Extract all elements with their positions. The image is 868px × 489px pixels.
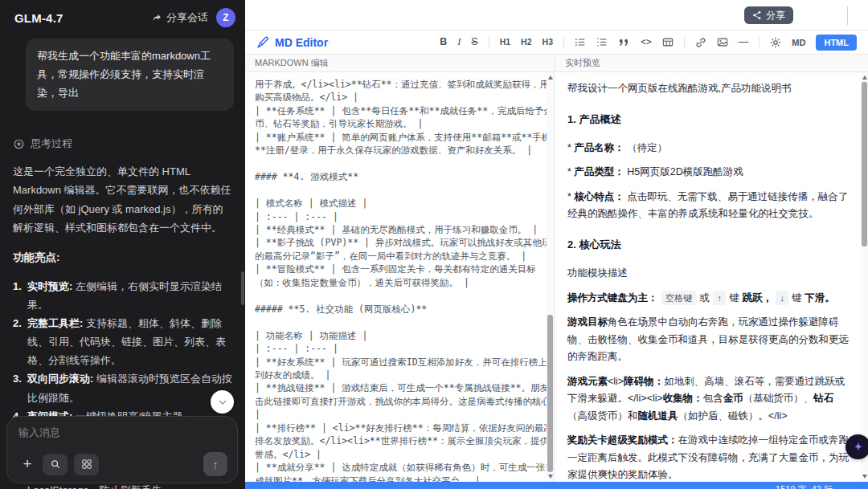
preview-paragraph: 游戏元素<li>障碍物：如地刺、高墙、滚石等，需要通过跳跃或下滑来躲避。</li…: [567, 373, 849, 426]
editor-header: MD Editor B I S H1 H2 H3: [245, 31, 868, 55]
attach-button[interactable]: +: [18, 455, 36, 473]
text-segment: 核心特点：: [574, 191, 624, 202]
share-conversation-button[interactable]: 分享会话: [151, 10, 208, 25]
link-button[interactable]: [695, 37, 706, 48]
tools-menu-button[interactable]: [74, 454, 99, 475]
table-icon: [662, 37, 674, 47]
text-segment: 操作方式键盘为主：: [567, 292, 658, 304]
message-input[interactable]: [18, 426, 227, 438]
ordered-list-icon: [596, 37, 608, 47]
artifact-topbar: 分享: [245, 0, 868, 31]
heading2-button[interactable]: H2: [521, 38, 531, 47]
scroll-up-arrow-icon[interactable]: [862, 75, 867, 79]
scroll-up-arrow-icon[interactable]: [548, 75, 553, 79]
editor-scrollbar-thumb[interactable]: [547, 315, 553, 472]
preview-pane-title: 实时预览: [555, 55, 868, 71]
plus-icon: +: [23, 455, 31, 472]
text-segment: 跳跃，: [742, 292, 772, 304]
assistant-floating-button[interactable]: [845, 434, 868, 459]
artifact-panel: 分享 MD Editor B I S H1 H2 H3: [245, 0, 868, 489]
export-html-button[interactable]: HTML: [816, 35, 857, 51]
bullet-list-button[interactable]: [575, 37, 586, 47]
text-segment: 奖励关卡超级奖励模式：: [567, 434, 678, 446]
code-button[interactable]: <>: [641, 38, 652, 47]
live-preview-pane: 帮我设计一个网页版在线跑酷游戏,产品功能说明书1. 产品概述* 产品名称： （待…: [555, 72, 868, 489]
word-line-count: 1519 字, 42 行: [776, 483, 833, 489]
feature-item: 完整工具栏: 支持标题、粗体、斜体、删除线、引用、代码块、链接、图片、列表、表格…: [13, 314, 232, 369]
horizontal-rule-button[interactable]: —: [739, 37, 749, 47]
feature-name: 实时预览:: [27, 280, 76, 292]
text-segment: 键: [727, 292, 742, 304]
share-artifact-label: 分享: [766, 9, 785, 22]
ordered-list-button[interactable]: [596, 37, 608, 47]
thinking-process-toggle[interactable]: 思考过程: [13, 137, 232, 151]
strikethrough-button[interactable]: S: [471, 37, 477, 47]
editor-scrollbar[interactable]: [547, 72, 554, 489]
scroll-down-arrow-icon[interactable]: [548, 475, 553, 479]
table-button[interactable]: [662, 37, 674, 47]
text-segment: 产品类型：: [574, 166, 624, 177]
preview-heading: 2. 核心玩法: [567, 236, 849, 254]
italic-button[interactable]: I: [457, 37, 461, 47]
heading3-button[interactable]: H3: [542, 38, 553, 47]
image-button[interactable]: [717, 37, 728, 47]
text-segment: 或: [697, 292, 712, 304]
preview-paragraph: 操作方式键盘为主： 空格键 或 ↑ 键 跳跃， ↓ 键 下滑。: [567, 290, 849, 308]
preview-paragraph: 帮我设计一个网页版在线跑酷游戏,产品功能说明书: [567, 80, 849, 98]
feature-name: 完整工具栏:: [27, 317, 86, 329]
text-segment: [658, 292, 661, 304]
send-button[interactable]: ↑: [203, 452, 227, 476]
preview-paragraph: * 产品类型： H5网页版2D横版跑酷游戏: [567, 164, 849, 181]
markdown-source-text[interactable]: 用于养成。</li><li>**钻石**：通过充值、签到和成就奖励获得，用于 购…: [245, 72, 554, 487]
preview-rendered-content: 帮我设计一个网页版在线跑酷游戏,产品功能说明书1. 产品概述* 产品名称： （待…: [555, 72, 868, 489]
text-segment: 游戏元素: [567, 376, 608, 387]
text-segment: （基础货币）、: [743, 393, 814, 404]
editor-app-title: MD Editor: [256, 36, 328, 49]
markdown-pane-title: MARKDOWN 编辑: [245, 55, 555, 71]
theme-toggle-button[interactable]: [770, 37, 781, 48]
sidebar-header: GLM-4.7 分享会话 Z: [0, 0, 245, 34]
text-segment: 钻石: [813, 393, 833, 404]
heading1-button[interactable]: H1: [500, 38, 510, 47]
text-segment: 障碍物：: [624, 376, 664, 387]
preview-scrollbar[interactable]: [861, 72, 868, 489]
text-segment: （待定）: [624, 142, 667, 153]
text-segment: 下滑。: [805, 292, 835, 304]
text-segment: 包含: [703, 393, 723, 404]
kbd-key: 空格键: [661, 291, 696, 306]
text-segment: 游戏目标: [567, 316, 608, 328]
text-segment: 角色在场景中自动向右奔跑，玩家通过操作躲避障碍物、击败怪物、收集金币和道具，目标…: [567, 316, 849, 362]
feature-name: 双向同步滚动:: [27, 373, 96, 385]
preview-paragraph: 奖励关卡超级奖励模式：在游戏中连续吃掉一组特定金币或奔跑一定距离后触发。此模式下…: [567, 432, 849, 484]
avatar[interactable]: Z: [216, 8, 235, 27]
blockquote-button[interactable]: [618, 37, 630, 47]
text-segment: 2. 核心玩法: [567, 238, 620, 251]
search-icon: [50, 458, 61, 470]
share-artifact-button[interactable]: 分享: [744, 6, 793, 24]
scroll-down-arrow-icon[interactable]: [862, 475, 867, 479]
thinking-label: 思考过程: [31, 137, 72, 151]
preview-paragraph: * 产品名称： （待定）: [567, 140, 849, 157]
text-segment: [772, 292, 775, 304]
sidebar-scrollbar[interactable]: [241, 271, 244, 305]
bold-button[interactable]: B: [440, 37, 447, 47]
message-composer: + ↑: [6, 416, 238, 483]
preview-paragraph: 功能模块描述: [567, 265, 849, 283]
app-window: GLM-4.7 分享会话 Z 帮我生成一个功能丰富的markdown工具，常规操…: [0, 0, 868, 489]
preview-heading: 1. 产品概述: [567, 111, 849, 128]
markdown-editor-pane[interactable]: 用于养成。</li><li>**钻石**：通过充值、签到和成就奖励获得，用于 购…: [245, 72, 555, 489]
apps-icon: [81, 458, 92, 470]
send-arrow-icon: ↑: [212, 458, 219, 471]
text-segment: 金币: [723, 393, 743, 404]
quote-icon: [618, 37, 630, 47]
toolbar-separator: [684, 36, 685, 48]
text-segment: （高级货币）和: [567, 410, 638, 422]
search-tool-button[interactable]: [43, 454, 68, 475]
scroll-to-bottom-button[interactable]: [211, 390, 234, 414]
model-title: GLM-4.7: [14, 11, 63, 25]
kbd-key: ↑: [713, 291, 726, 306]
preview-scrollbar-thumb[interactable]: [862, 82, 867, 247]
export-md-button[interactable]: MD: [792, 38, 805, 47]
text-segment: 帮我设计一个网页版在线跑酷游戏,产品功能说明书: [567, 83, 791, 94]
topbar-divider: [847, 6, 848, 25]
